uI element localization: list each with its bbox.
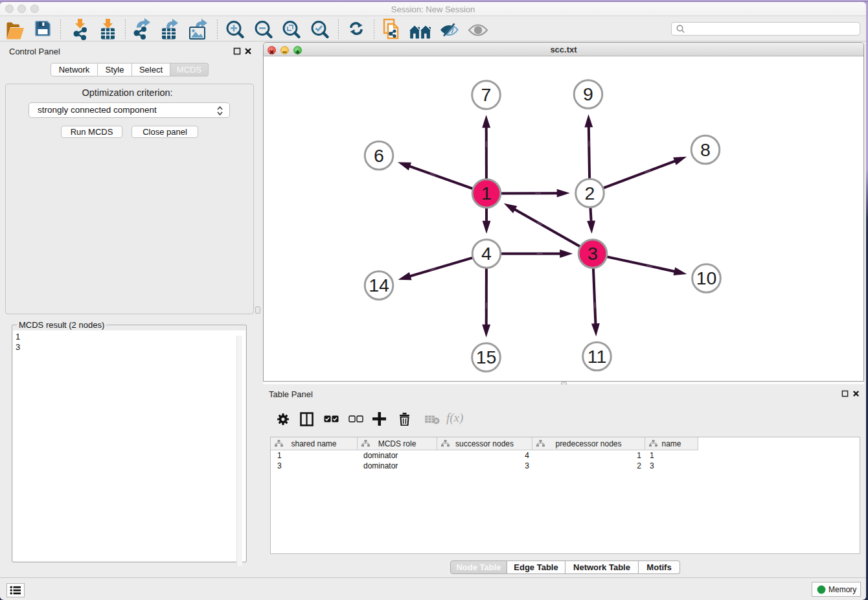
svg-text:7: 7 <box>481 84 492 105</box>
svg-text:3: 3 <box>588 243 598 264</box>
svg-text:14: 14 <box>369 275 389 295</box>
svg-text:9: 9 <box>583 84 593 104</box>
svg-text:6: 6 <box>374 145 384 166</box>
svg-text:11: 11 <box>588 346 607 367</box>
svg-text:10: 10 <box>696 268 717 288</box>
svg-text:1: 1 <box>481 183 492 203</box>
svg-text:2: 2 <box>585 183 595 203</box>
svg-text:15: 15 <box>476 347 497 367</box>
svg-text:4: 4 <box>481 243 492 264</box>
svg-text:8: 8 <box>700 139 711 160</box>
